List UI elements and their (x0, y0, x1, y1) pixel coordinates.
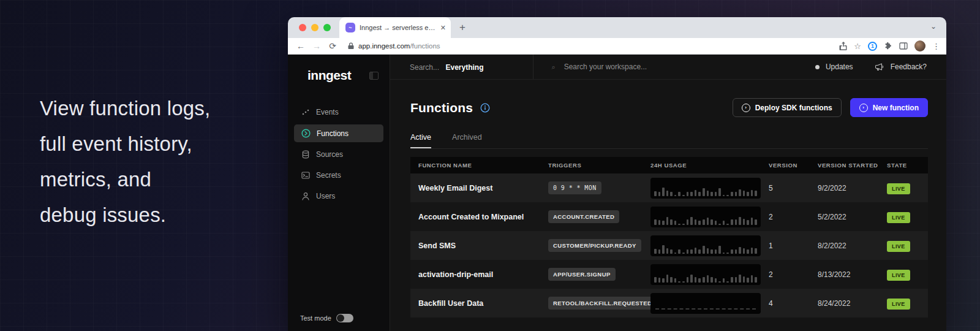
sidebar-item-label: Users (316, 192, 335, 200)
state-badge: LIVE (887, 183, 910, 194)
trigger-badge: APP/USER.SIGNUP (548, 268, 616, 281)
side-panel-icon[interactable] (899, 42, 908, 50)
inngest-app: inngest Events Functions Sources (288, 55, 946, 331)
lock-icon (348, 42, 354, 50)
function-name: Backfill User Data (418, 299, 548, 308)
sources-icon (301, 150, 310, 159)
profile-avatar[interactable] (914, 40, 925, 51)
col-triggers: TRIGGERS (548, 162, 650, 169)
function-version: 2 (769, 270, 818, 279)
col-24h-usage: 24H USAGE (650, 162, 769, 169)
megaphone-icon (875, 63, 884, 71)
function-version: 5 (769, 184, 818, 192)
sidebar-item-label: Sources (316, 150, 343, 159)
version-started-date: 8/13/2022 (818, 270, 887, 279)
browser-toolbar: ← → ⟳ app.inngest.com/functions ☆ 1 ⋮ (288, 38, 946, 55)
toolbar-icons: ☆ 1 ⋮ (839, 40, 940, 51)
functions-icon (301, 129, 311, 138)
back-button[interactable]: ← (294, 41, 307, 51)
usage-sparkline (650, 207, 761, 227)
hero-line: metrics, and (40, 162, 210, 197)
test-mode-label: Test mode (300, 314, 331, 322)
version-started-date: 8/24/2022 (818, 299, 887, 308)
events-icon (301, 108, 310, 116)
list-tabs: Active Archived (410, 133, 928, 149)
function-row[interactable]: activation-drip-email APP/USER.SIGNUP 2 … (410, 260, 928, 289)
url-text: app.inngest.com/functions (358, 42, 440, 50)
browser-window: ~ Inngest → serverless event-dri ✕ + ⌄ ←… (288, 17, 946, 331)
tab-archived[interactable]: Archived (452, 133, 482, 148)
address-bar[interactable]: app.inngest.com/functions (342, 42, 832, 50)
col-state: STATE (887, 162, 924, 169)
reload-button[interactable]: ⟳ (326, 41, 339, 51)
trigger-badge: CUSTOMER/PICKUP.READY (548, 239, 641, 252)
table-header: FUNCTION NAME TRIGGERS 24H USAGE VERSION… (410, 157, 928, 173)
tab-search-chevron-icon[interactable]: ⌄ (930, 22, 937, 31)
sidebar-item-secrets[interactable]: Secrets (294, 167, 383, 184)
sidebar-item-label: Functions (317, 129, 349, 138)
tab-close-icon[interactable]: ✕ (440, 24, 446, 32)
close-window-button[interactable] (299, 24, 306, 31)
browser-tab[interactable]: ~ Inngest → serverless event-dri ✕ (339, 17, 451, 38)
functions-page: Functions › Deploy SDK functions › Ne (390, 80, 946, 331)
maximize-window-button[interactable] (323, 24, 331, 31)
sidebar-item-users[interactable]: Users (294, 188, 383, 205)
col-version: VERSION (769, 162, 818, 169)
browser-tab-strip: ~ Inngest → serverless event-dri ✕ + ⌄ (288, 17, 946, 38)
version-started-date: 5/2/2022 (818, 213, 887, 221)
function-row[interactable]: Backfill User Data RETOOL/BACKFILL.REQUE… (410, 289, 928, 318)
feedback-link[interactable]: Feedback? (891, 63, 927, 71)
updates-dot-icon (815, 65, 820, 69)
sidebar-item-events[interactable]: Events (294, 104, 383, 121)
function-name: Weekly Email Digest (418, 184, 548, 192)
bookmark-star-icon[interactable]: ☆ (854, 42, 861, 50)
sidebar-item-sources[interactable]: Sources (294, 146, 383, 163)
page-title: Functions (410, 101, 473, 115)
marketing-banner: View function logs, full event history, … (0, 0, 980, 331)
forward-button[interactable]: → (310, 41, 323, 51)
function-row[interactable]: Send SMS CUSTOMER/PICKUP.READY 1 8/2/202… (410, 231, 928, 260)
window-controls[interactable] (299, 24, 331, 31)
share-icon[interactable] (839, 42, 847, 50)
state-badge: LIVE (887, 270, 910, 281)
tab-active[interactable]: Active (410, 133, 431, 148)
version-started-date: 8/2/2022 (818, 242, 887, 250)
search-label: Search... (410, 63, 439, 72)
function-version: 1 (769, 242, 818, 250)
onepassword-extension-icon[interactable]: 1 (868, 42, 877, 51)
collapse-sidebar-icon[interactable] (369, 72, 379, 80)
browser-menu-icon[interactable]: ⋮ (932, 42, 940, 50)
topbar-divider (533, 55, 533, 79)
updates-link[interactable]: Updates (826, 63, 853, 71)
new-tab-button[interactable]: + (459, 21, 466, 34)
version-started-date: 9/2/2022 (818, 184, 887, 192)
function-name: activation-drip-email (418, 270, 548, 279)
inngest-favicon: ~ (345, 23, 355, 32)
workspace-search-input[interactable]: Search your workspace... (564, 63, 647, 71)
hero-line: View function logs, (40, 91, 210, 126)
inngest-logo: inngest (307, 68, 351, 83)
function-row[interactable]: Account Created to Mixpanel ACCOUNT.CREA… (410, 202, 928, 231)
function-row[interactable]: Weekly Email Digest 0 9 * * MON 5 9/2/20… (410, 173, 928, 202)
col-version-started: VERSION STARTED (818, 162, 887, 169)
deploy-circle-icon: › (742, 104, 750, 112)
new-function-button[interactable]: › New function (850, 98, 928, 117)
deploy-sdk-functions-button[interactable]: › Deploy SDK functions (733, 98, 842, 117)
hero-copy: View function logs, full event history, … (40, 91, 210, 233)
function-version: 4 (769, 299, 818, 308)
sidebar-item-functions[interactable]: Functions (294, 124, 383, 142)
functions-table: FUNCTION NAME TRIGGERS 24H USAGE VERSION… (410, 157, 928, 318)
secrets-icon (301, 172, 310, 179)
minimize-window-button[interactable] (311, 24, 318, 31)
search-scope-selector[interactable]: Everything (445, 63, 483, 72)
usage-sparkline (650, 293, 761, 314)
usage-sparkline (650, 264, 761, 285)
test-mode-toggle[interactable] (336, 314, 353, 322)
hero-line: full event history, (40, 126, 210, 162)
info-icon[interactable] (480, 103, 490, 113)
trigger-badge: ACCOUNT.CREATED (548, 210, 619, 223)
new-function-circle-icon: › (859, 104, 868, 112)
app-topbar: Search... Everything ⌕ Search your works… (390, 55, 946, 80)
extensions-puzzle-icon[interactable] (884, 42, 892, 50)
users-icon (301, 192, 310, 200)
